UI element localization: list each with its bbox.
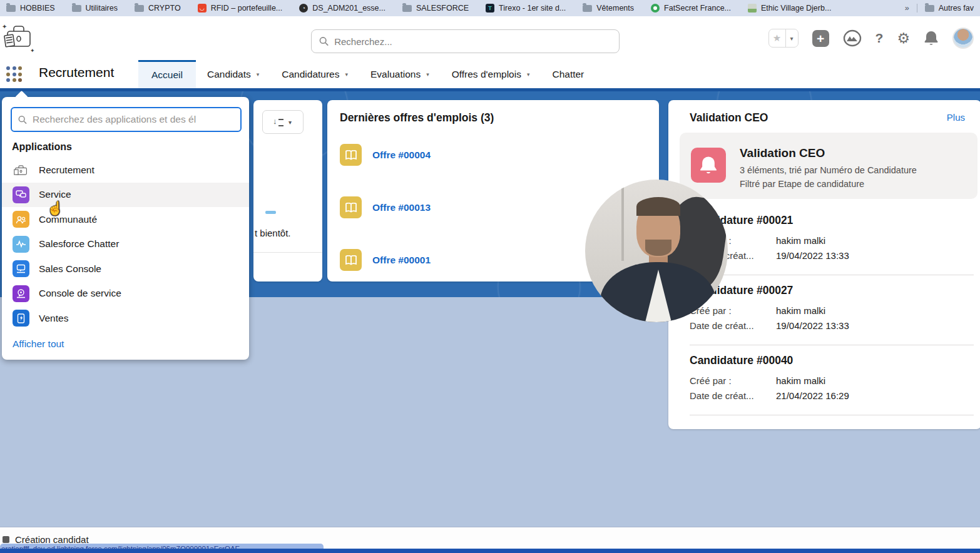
offer-row[interactable]: Offre #00001 <box>340 249 431 271</box>
app-item-label: Console de service <box>39 288 121 299</box>
bookmark-label: SALESFORCE <box>416 4 469 13</box>
app-item-label: Service <box>39 189 71 200</box>
app-item-recrutement[interactable]: Recrutement <box>2 158 249 183</box>
field-value: hakim malki <box>776 233 825 248</box>
app-launcher-waffle-icon[interactable] <box>6 66 23 83</box>
accent-dash <box>265 211 276 214</box>
bookmark-label: Utilitaires <box>86 4 118 13</box>
tab-accueil[interactable]: Accueil <box>138 60 196 88</box>
favorite-star-icon[interactable]: ★ <box>769 33 785 44</box>
app-launcher-panel: Applications Recrutement Service Communa… <box>2 97 249 360</box>
validation-card-title: Validation CEO <box>690 111 768 124</box>
job-offer-icon <box>340 196 362 218</box>
app-item-label: Recrutement <box>39 165 94 176</box>
bookmark-item[interactable]: ◡RFID – portefeuille... <box>198 4 283 13</box>
banner-title: Validation CEO <box>740 146 825 160</box>
divider <box>253 252 322 253</box>
bookmark-item[interactable]: ◔DS_ADM201_esse... <box>299 4 385 13</box>
bookmark-label: DS_ADM201_esse... <box>312 4 385 13</box>
presenter-beard <box>645 240 671 256</box>
offer-link[interactable]: Offre #00004 <box>372 150 431 161</box>
check-back-soon-text: t bientôt. <box>255 228 291 238</box>
sort-button[interactable]: ▾ <box>262 110 304 134</box>
bookmark-item[interactable]: FatSecret France... <box>651 4 731 13</box>
chevron-down-icon[interactable]: ▾ <box>426 71 429 78</box>
tab-evaluations[interactable]: Evaluations▾ <box>359 60 441 88</box>
service-console-icon <box>13 285 29 302</box>
app-item-ventes[interactable]: Ventes <box>2 306 249 331</box>
bookmark-item[interactable]: Ethic Village Djerb... <box>748 4 831 13</box>
offer-link[interactable]: Offre #00001 <box>372 255 431 266</box>
report-banner[interactable]: Validation CEO 3 éléments, trié par Numé… <box>680 133 977 199</box>
app-item-label: Ventes <box>39 313 68 324</box>
show-all-link[interactable]: Afficher tout <box>13 338 64 350</box>
user-avatar[interactable] <box>952 28 974 49</box>
candidature-item: Candidature #00040 Créé par :hakim malki… <box>690 345 974 415</box>
global-search-input[interactable] <box>334 36 611 47</box>
tab-candidatures[interactable]: Candidatures▾ <box>270 60 359 88</box>
svg-text:✦: ✦ <box>2 23 7 30</box>
bookmark-item[interactable]: TTirexo - 1er site d... <box>486 4 566 13</box>
app-item-service[interactable]: Service <box>2 183 249 208</box>
bookmark-item[interactable]: Vêtements <box>583 4 634 13</box>
setup-gear-icon[interactable]: ⚙ <box>897 30 910 47</box>
chevron-down-icon[interactable]: ▾ <box>527 71 530 78</box>
offers-card-title: Dernières offres d'emplois (3) <box>340 111 494 124</box>
job-offer-icon <box>340 249 362 271</box>
candidature-title[interactable]: Candidature #00040 <box>690 354 974 367</box>
folder-icon <box>6 5 16 12</box>
bookmark-item[interactable]: CRYPTO <box>135 4 181 13</box>
favorites-control[interactable]: ★ ▾ <box>768 29 799 48</box>
job-offer-icon <box>340 144 362 166</box>
global-search[interactable] <box>311 29 620 53</box>
tab-chatter[interactable]: Chatter <box>541 60 595 88</box>
bookmark-label: Autres fav <box>939 4 974 13</box>
aliexpress-icon: ◡ <box>198 4 207 13</box>
bookmark-item[interactable]: SALESFORCE <box>402 4 469 13</box>
sort-icon <box>274 118 283 126</box>
candidature-item: Candidature #00027 Créé par :hakim malki… <box>690 275 974 345</box>
bookmark-label: Tirexo - 1er site d... <box>499 4 566 13</box>
launcher-search-input[interactable] <box>33 114 234 125</box>
field-value: hakim malki <box>776 373 825 388</box>
tab-label: Chatter <box>552 69 584 80</box>
sales-console-icon <box>13 260 29 277</box>
bookmarks-overflow-chevron[interactable]: » <box>905 4 909 13</box>
chevron-down-icon[interactable]: ▾ <box>257 71 260 78</box>
bookmark-label: HOBBIES <box>20 4 55 13</box>
app-item-console-de-service[interactable]: Console de service <box>2 282 249 307</box>
candidature-title[interactable]: Candidature #00021 <box>690 214 974 227</box>
bookmark-label: CRYPTO <box>148 4 181 13</box>
more-link[interactable]: Plus <box>947 112 965 123</box>
bookmark-item[interactable]: Utilitaires <box>72 4 118 13</box>
screen: HOBBIES Utilitaires CRYPTO ◡RFID – porte… <box>0 0 980 553</box>
app-item-sales-console[interactable]: Sales Console <box>2 256 249 282</box>
other-favorites[interactable]: Autres fav <box>925 4 974 13</box>
launcher-search[interactable] <box>11 107 242 132</box>
tab-label: Evaluations <box>370 69 421 80</box>
tab-candidats[interactable]: Candidats▾ <box>196 60 270 88</box>
notifications-bell-icon[interactable] <box>924 30 939 46</box>
favorites-dropdown-icon[interactable]: ▾ <box>785 29 798 47</box>
field-label: Date de créat... <box>690 388 776 403</box>
tab-offres-emplois[interactable]: Offres d'emplois▾ <box>441 60 541 88</box>
trailhead-icon[interactable] <box>843 29 862 47</box>
offer-row[interactable]: Offre #00004 <box>340 144 431 166</box>
offer-link[interactable]: Offre #00013 <box>372 202 431 213</box>
global-actions-button[interactable]: + <box>812 30 829 47</box>
folder-icon <box>402 5 412 12</box>
folder-icon <box>583 5 592 12</box>
tab-label: Candidatures <box>282 69 339 80</box>
assistant-card: ▾ t bientôt. <box>253 100 322 282</box>
candidature-title[interactable]: Candidature #00027 <box>690 284 974 297</box>
field-label: Date de créat... <box>690 318 776 333</box>
chevron-down-icon[interactable]: ▾ <box>345 71 349 78</box>
divider <box>917 4 917 13</box>
applications-list: Recrutement Service Communauté Salesforc… <box>2 158 249 331</box>
help-icon[interactable]: ? <box>875 31 884 46</box>
offer-row[interactable]: Offre #00013 <box>340 196 431 218</box>
banner-subtitle: 3 éléments, trié par Numéro de Candidatu… <box>740 165 917 175</box>
bookmark-item[interactable]: HOBBIES <box>6 4 55 13</box>
app-item-salesforce-chatter[interactable]: Salesforce Chatter <box>2 232 249 257</box>
app-item-communaute[interactable]: Communauté <box>2 207 249 232</box>
